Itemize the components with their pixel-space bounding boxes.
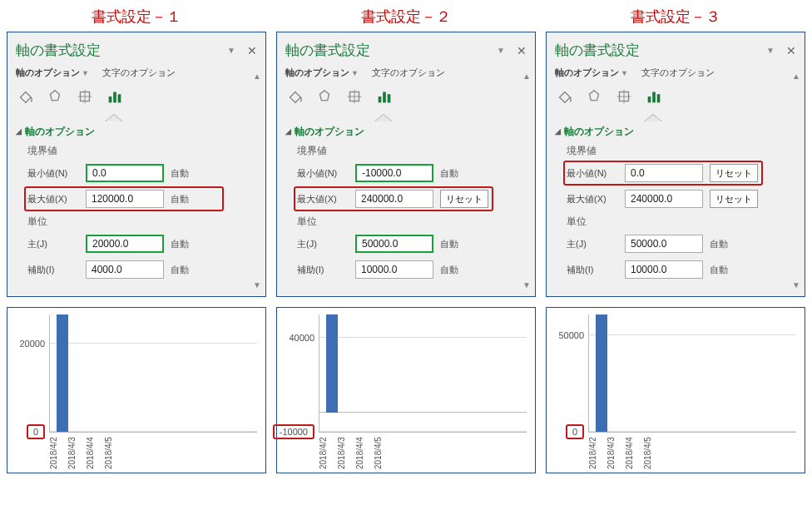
category-effects-button[interactable] bbox=[315, 87, 334, 108]
pane-menu-icon[interactable]: ▼ bbox=[497, 46, 505, 55]
major-row: 主(J) 自動 bbox=[567, 233, 796, 255]
chart-preview: 200000 2018/4/22018/4/32018/4/42018/4/5 bbox=[7, 307, 266, 473]
min-input[interactable] bbox=[355, 164, 433, 182]
minor-input[interactable] bbox=[86, 260, 164, 279]
y-axis-tick: 20000 bbox=[19, 339, 45, 349]
max-input[interactable] bbox=[625, 190, 703, 208]
minor-status: 自動 bbox=[710, 264, 746, 276]
category-chart-button[interactable] bbox=[645, 87, 663, 108]
max-label: 最大値(X) bbox=[27, 193, 79, 205]
fill-icon bbox=[555, 87, 573, 106]
svg-rect-5 bbox=[113, 92, 116, 103]
major-row: 主(J) 自動 bbox=[27, 233, 257, 255]
y-axis-tick: 0 bbox=[27, 424, 45, 439]
max-status: 自動 bbox=[171, 193, 207, 205]
close-icon[interactable]: ✕ bbox=[247, 44, 257, 57]
tab-text-options[interactable]: 文字のオプション bbox=[641, 67, 715, 79]
x-axis-label: 2018/4/2 bbox=[588, 433, 605, 469]
size-icon bbox=[345, 87, 364, 106]
y-axis-tick: 40000 bbox=[289, 333, 314, 343]
minor-status: 自動 bbox=[440, 264, 477, 276]
column-title: 書式設定－１ bbox=[7, 7, 266, 27]
x-axis-label: 2018/4/5 bbox=[374, 433, 390, 469]
category-effects-button[interactable] bbox=[585, 87, 603, 108]
category-size-button[interactable] bbox=[345, 87, 364, 108]
category-chart-button[interactable] bbox=[375, 87, 394, 108]
major-status: 自動 bbox=[710, 238, 746, 250]
major-input[interactable] bbox=[355, 235, 433, 253]
section-axis-options[interactable]: ◢軸のオプション bbox=[555, 125, 796, 139]
scroll-up-icon[interactable]: ▲ bbox=[792, 72, 800, 81]
max-row: 最大値(X) 自動 bbox=[27, 188, 257, 210]
pane-menu-icon[interactable]: ▼ bbox=[766, 46, 775, 55]
data-bar bbox=[57, 314, 68, 432]
tab-text-options[interactable]: 文字のオプション bbox=[372, 67, 445, 79]
group-units-label: 単位 bbox=[297, 215, 527, 229]
column-title: 書式設定－３ bbox=[546, 7, 805, 27]
category-chart-button[interactable] bbox=[106, 87, 124, 108]
min-label: 最小値(N) bbox=[297, 167, 349, 180]
minor-label: 補助(I) bbox=[27, 264, 79, 276]
category-fill-button[interactable] bbox=[285, 87, 304, 108]
group-units-label: 単位 bbox=[27, 215, 257, 229]
minor-input[interactable] bbox=[625, 260, 703, 279]
scroll-down-icon[interactable]: ▼ bbox=[792, 281, 800, 290]
pane-menu-icon[interactable]: ▼ bbox=[227, 46, 235, 55]
chart-plot-area: 200000 bbox=[49, 314, 257, 433]
minor-row: 補助(I) 自動 bbox=[297, 259, 527, 280]
chart-icon bbox=[106, 87, 124, 106]
tab-axis-options[interactable]: 軸のオプション▼ bbox=[16, 67, 89, 79]
x-axis-label: 2018/4/4 bbox=[86, 433, 102, 469]
fill-icon bbox=[16, 87, 34, 106]
pane-scrollbar[interactable]: ▲ ▼ bbox=[790, 72, 803, 290]
scroll-up-icon[interactable]: ▲ bbox=[522, 72, 531, 81]
tab-axis-options[interactable]: 軸のオプション▼ bbox=[555, 67, 628, 79]
min-reset-button[interactable]: リセット bbox=[710, 164, 758, 182]
gridline bbox=[50, 343, 257, 344]
major-input[interactable] bbox=[625, 235, 703, 253]
pane-scrollbar[interactable]: ▲ ▼ bbox=[520, 72, 533, 290]
scroll-up-icon[interactable]: ▲ bbox=[253, 72, 261, 81]
min-row: 最小値(N) リセット bbox=[567, 162, 796, 184]
max-reset-button[interactable]: リセット bbox=[710, 190, 758, 208]
x-axis-label: 2018/4/2 bbox=[319, 433, 335, 469]
major-status: 自動 bbox=[171, 238, 207, 250]
section-axis-options[interactable]: ◢軸のオプション bbox=[16, 125, 257, 139]
min-input[interactable] bbox=[625, 164, 703, 182]
category-size-button[interactable] bbox=[615, 87, 633, 108]
category-effects-button[interactable] bbox=[46, 87, 64, 108]
min-label: 最小値(N) bbox=[567, 167, 618, 180]
category-size-button[interactable] bbox=[76, 87, 94, 108]
y-axis-tick: 0 bbox=[566, 424, 584, 439]
pane-scrollbar[interactable]: ▲ ▼ bbox=[250, 72, 264, 290]
y-axis-tick: 50000 bbox=[558, 330, 584, 340]
min-status: 自動 bbox=[171, 167, 207, 180]
scroll-down-icon[interactable]: ▼ bbox=[522, 281, 531, 290]
minor-row: 補助(I) 自動 bbox=[567, 259, 796, 280]
column: 書式設定－１ 軸の書式設定 ▼ ✕ 軸のオプション▼ 文字のオプション ◢軸のオ… bbox=[7, 7, 266, 473]
major-input[interactable] bbox=[86, 235, 164, 253]
column: 書式設定－３ 軸の書式設定 ▼ ✕ 軸のオプション▼ 文字のオプション ◢軸のオ… bbox=[546, 7, 805, 473]
max-row: 最大値(X) リセット bbox=[567, 188, 796, 210]
major-label: 主(J) bbox=[297, 238, 349, 250]
effects-icon bbox=[315, 87, 334, 106]
category-fill-button[interactable] bbox=[16, 87, 34, 108]
min-input[interactable] bbox=[86, 164, 164, 182]
scroll-down-icon[interactable]: ▼ bbox=[253, 281, 261, 290]
x-axis-label: 2018/4/3 bbox=[67, 433, 84, 469]
close-icon[interactable]: ✕ bbox=[786, 44, 796, 57]
max-input[interactable] bbox=[355, 190, 433, 208]
format-pane: 軸の書式設定 ▼ ✕ 軸のオプション▼ 文字のオプション ◢軸のオプション 境界… bbox=[7, 32, 266, 297]
max-input[interactable] bbox=[86, 190, 164, 208]
pane-title: 軸の書式設定 bbox=[285, 41, 497, 60]
section-axis-options[interactable]: ◢軸のオプション bbox=[285, 125, 527, 139]
category-fill-button[interactable] bbox=[555, 87, 573, 108]
close-icon[interactable]: ✕ bbox=[517, 44, 527, 57]
min-row: 最小値(N) 自動 bbox=[297, 162, 527, 184]
svg-rect-12 bbox=[383, 92, 386, 103]
svg-rect-11 bbox=[379, 97, 382, 102]
minor-input[interactable] bbox=[355, 260, 433, 279]
max-reset-button[interactable]: リセット bbox=[440, 190, 488, 208]
tab-axis-options[interactable]: 軸のオプション▼ bbox=[285, 67, 359, 79]
tab-text-options[interactable]: 文字のオプション bbox=[102, 67, 176, 79]
